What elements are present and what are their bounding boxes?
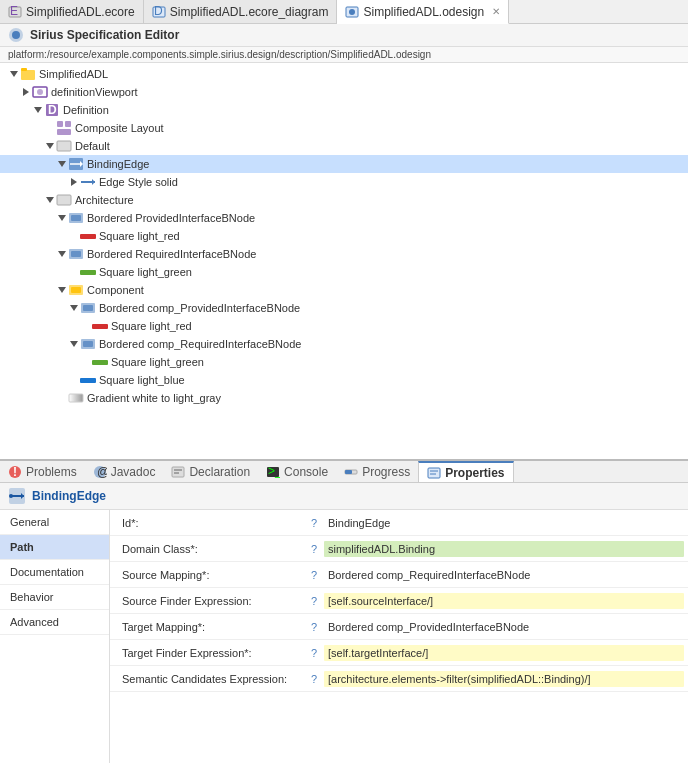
toggle-bindingedge[interactable] — [56, 161, 68, 167]
tab-declaration[interactable]: Declaration — [163, 461, 258, 482]
tree-item-architecture[interactable]: Architecture — [0, 191, 688, 209]
tree-label-viewport: definitionViewport — [51, 86, 138, 98]
layout-icon — [56, 120, 72, 136]
tab-console[interactable]: >_ Console — [258, 461, 336, 482]
tab-odesign[interactable]: SimplifiedADL.odesign ✕ — [337, 0, 509, 24]
nav-documentation[interactable]: Documentation — [0, 560, 109, 585]
prop-value-semanticcandidates[interactable]: [architecture.elements->filter(simplifie… — [324, 671, 684, 687]
tab-ecore-diagram[interactable]: D SimplifiedADL.ecore_diagram — [144, 0, 338, 23]
nav-path[interactable]: Path — [0, 535, 109, 560]
svg-rect-34 — [69, 394, 83, 402]
tree-area[interactable]: SimplifiedADL definitionViewport D Defin… — [0, 63, 688, 461]
tree-item-viewport[interactable]: definitionViewport — [0, 83, 688, 101]
sirius-header: Sirius Specification Editor — [0, 24, 688, 47]
prop-value-sourcefinder[interactable]: [self.sourceInterface/] — [324, 593, 684, 609]
tree-label-comprequired: Bordered comp_RequiredInterfaceBNode — [99, 338, 301, 350]
tree-item-composite[interactable]: Composite Layout — [0, 119, 688, 137]
svg-rect-9 — [21, 68, 27, 71]
help-icon-sourcemapping[interactable]: ? — [304, 569, 324, 581]
toggle-root[interactable] — [8, 71, 20, 77]
toggle-definition[interactable] — [32, 107, 44, 113]
svg-rect-14 — [57, 121, 63, 127]
close-icon[interactable]: ✕ — [492, 6, 500, 17]
tree-item-provided[interactable]: Bordered ProvidedInterfaceBNode — [0, 209, 688, 227]
toggle-viewport[interactable] — [20, 88, 32, 96]
tree-item-default[interactable]: Default — [0, 137, 688, 155]
toggle-component[interactable] — [56, 287, 68, 293]
tree-item-component[interactable]: Component — [0, 281, 688, 299]
prop-value-targetfinder[interactable]: [self.targetInterface/] — [324, 645, 684, 661]
toggle-required[interactable] — [56, 251, 68, 257]
svg-text:@: @ — [97, 465, 107, 479]
nav-general[interactable]: General — [0, 510, 109, 535]
prop-value-sourcemapping[interactable]: Bordered comp_RequiredInterfaceBNode — [324, 567, 684, 583]
svg-rect-8 — [21, 70, 35, 80]
tree-item-comprequired[interactable]: Bordered comp_RequiredInterfaceBNode — [0, 335, 688, 353]
toggle-comprequired[interactable] — [68, 341, 80, 347]
properties-panel: BindingEdge General Path Documentation B… — [0, 483, 688, 763]
bottom-tab-bar: ! Problems @ Javadoc Declaration >_ — [0, 461, 688, 483]
tree-item-squarered2[interactable]: Square light_red — [0, 317, 688, 335]
prop-value-id[interactable]: BindingEdge — [324, 515, 684, 531]
svg-text:D: D — [154, 5, 163, 18]
prop-value-domainclass[interactable]: simplifiedADL.Binding — [324, 541, 684, 557]
tab-problems-label: Problems — [26, 465, 77, 479]
help-icon-targetmapping[interactable]: ? — [304, 621, 324, 633]
help-icon-domainclass[interactable]: ? — [304, 543, 324, 555]
gradient-icon — [68, 390, 84, 406]
tab-problems[interactable]: ! Problems — [0, 461, 85, 482]
progress-icon — [344, 465, 358, 479]
toggle-default[interactable] — [44, 143, 56, 149]
tree-item-edgestyle[interactable]: Edge Style solid — [0, 173, 688, 191]
tree-label-required: Bordered RequiredInterfaceBNode — [87, 248, 256, 260]
tree-item-squarered1[interactable]: Square light_red — [0, 227, 688, 245]
tree-item-squaregreen1[interactable]: Square light_green — [0, 263, 688, 281]
svg-rect-17 — [57, 141, 71, 151]
prop-label-targetmapping: Target Mapping*: — [114, 621, 304, 633]
tree-item-squareblue[interactable]: Square light_blue — [0, 371, 688, 389]
svg-rect-33 — [83, 341, 93, 347]
tree-label-squaregreen1: Square light_green — [99, 266, 192, 278]
help-icon-semanticcandidates[interactable]: ? — [304, 673, 324, 685]
tree-item-root[interactable]: SimplifiedADL — [0, 65, 688, 83]
tree-item-gradient[interactable]: Gradient white to light_gray — [0, 389, 688, 407]
tab-properties[interactable]: Properties — [418, 461, 513, 482]
diagram-icon: D — [152, 5, 166, 19]
svg-rect-39 — [172, 467, 184, 477]
tree-label-definition: Definition — [63, 104, 109, 116]
comp-provided-icon — [80, 300, 96, 316]
tree-label-squarered1: Square light_red — [99, 230, 180, 242]
toggle-architecture[interactable] — [44, 197, 56, 203]
tree-item-squaregreen2[interactable]: Square light_green — [0, 353, 688, 371]
architecture-icon — [56, 192, 72, 208]
toggle-provided[interactable] — [56, 215, 68, 221]
svg-rect-15 — [65, 121, 71, 127]
tree-label-squaregreen2: Square light_green — [111, 356, 204, 368]
nav-advanced[interactable]: Advanced — [0, 610, 109, 635]
tab-ecore[interactable]: E SimplifiedADL.ecore — [0, 0, 144, 23]
tab-progress[interactable]: Progress — [336, 461, 418, 482]
tab-progress-label: Progress — [362, 465, 410, 479]
svg-rect-29 — [71, 287, 81, 293]
prop-value-targetmapping[interactable]: Bordered comp_ProvidedInterfaceBNode — [324, 619, 684, 635]
svg-text:E: E — [10, 5, 18, 18]
binding-edge-title-icon — [8, 487, 26, 505]
prop-row-targetfinder: Target Finder Expression*: ? [self.targe… — [110, 640, 688, 666]
props-body: General Path Documentation Behavior Adva… — [0, 510, 688, 763]
prop-label-sourcefinder: Source Finder Expression: — [114, 595, 304, 607]
svg-text:!: ! — [13, 465, 17, 479]
tab-javadoc[interactable]: @ Javadoc — [85, 461, 164, 482]
svg-rect-46 — [428, 468, 440, 478]
tree-item-bindingedge[interactable]: BindingEdge — [0, 155, 688, 173]
tree-item-compprovided[interactable]: Bordered comp_ProvidedInterfaceBNode — [0, 299, 688, 317]
tree-item-required[interactable]: Bordered RequiredInterfaceBNode — [0, 245, 688, 263]
tree-item-definition[interactable]: D Definition — [0, 101, 688, 119]
sirius-icon — [8, 27, 24, 43]
nav-behavior[interactable]: Behavior — [0, 585, 109, 610]
toggle-compprovided[interactable] — [68, 305, 80, 311]
help-icon-id[interactable]: ? — [304, 517, 324, 529]
component-icon — [68, 282, 84, 298]
help-icon-targetfinder[interactable]: ? — [304, 647, 324, 659]
help-icon-sourcefinder[interactable]: ? — [304, 595, 324, 607]
svg-point-11 — [37, 89, 43, 95]
